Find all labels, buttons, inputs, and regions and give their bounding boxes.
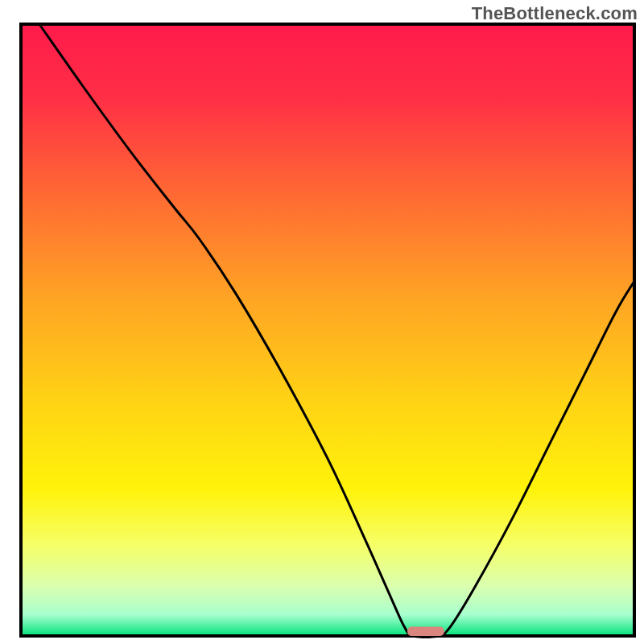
chart-canvas: TheBottleneck.com [0,0,644,644]
chart-plot [0,0,644,644]
watermark-label: TheBottleneck.com [472,3,638,24]
plot-area [21,24,634,637]
gradient-background [21,24,634,636]
optimal-marker [407,627,444,636]
